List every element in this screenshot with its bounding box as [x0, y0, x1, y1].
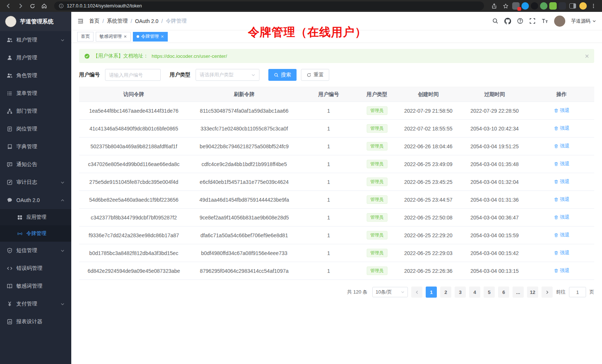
- force-logout-button[interactable]: 强退: [554, 232, 570, 238]
- user-dropdown[interactable]: 芋道源码: [571, 18, 596, 24]
- user-id-cell: 1: [300, 138, 357, 155]
- sidebar-item-oauth-token[interactable]: 令牌管理: [0, 225, 71, 242]
- user-avatar[interactable]: [554, 16, 565, 27]
- sidebar-item-user[interactable]: 用户管理: [0, 49, 71, 67]
- info-icon[interactable]: [59, 3, 64, 9]
- sidebar-item-label: 租户管理: [16, 37, 37, 43]
- sidebar-item-tenant[interactable]: 租户管理: [0, 31, 71, 49]
- back-icon[interactable]: [4, 1, 13, 11]
- page-button-4[interactable]: 4: [469, 287, 480, 298]
- sidebar-item-department[interactable]: 部门管理: [0, 102, 71, 120]
- extension-icon-green-puzzle[interactable]: [549, 2, 557, 10]
- user-id-input[interactable]: [105, 69, 161, 81]
- page-button-12[interactable]: 12: [527, 287, 538, 298]
- page-button-2[interactable]: 2: [440, 287, 451, 298]
- help-icon[interactable]: [517, 18, 523, 24]
- sidebar-item-oauth-app[interactable]: 应用管理: [0, 209, 71, 225]
- search-icon[interactable]: [492, 18, 498, 24]
- top-navbar: 首页 系统管理 OAuth 2.0 令牌管理 芋道源码: [71, 12, 602, 30]
- sidebar-toggle-icon[interactable]: [77, 18, 84, 24]
- github-icon[interactable]: [504, 18, 511, 24]
- fullscreen-icon[interactable]: [529, 18, 536, 24]
- trash-icon: [554, 108, 559, 113]
- url-bar[interactable]: 127.0.0.1:1024/system/oauth2/token: [54, 1, 484, 10]
- token-table-body: 1ea5e44f8bc1467aaede43144f31de76 811c530…: [79, 102, 594, 280]
- force-logout-button[interactable]: 强退: [554, 125, 570, 132]
- sidebar-item-role[interactable]: 角色管理: [0, 67, 71, 85]
- sidebar-item-oauth[interactable]: OAuth 2.0: [0, 191, 71, 209]
- reset-button[interactable]: 重置: [301, 69, 329, 81]
- app-logo[interactable]: 芋道管理系统: [0, 12, 71, 31]
- close-icon[interactable]: [161, 35, 164, 38]
- user-type-cell: 管理员: [357, 155, 396, 173]
- extension-icon-downloads[interactable]: [512, 2, 520, 10]
- force-logout-button[interactable]: 强退: [554, 214, 570, 221]
- extension-icon-dark-2[interactable]: [559, 2, 566, 10]
- user-type-cell: 管理员: [357, 102, 396, 120]
- user-type-cell: 管理员: [357, 120, 396, 138]
- goto-page-input[interactable]: [569, 287, 586, 297]
- chevron-down-icon: [251, 73, 255, 77]
- sidebar-item-sms[interactable]: 短信管理: [0, 242, 71, 259]
- alert-close-icon[interactable]: [585, 54, 589, 58]
- sidebar-item-pay[interactable]: 支付管理: [0, 295, 71, 313]
- page-button-3[interactable]: 3: [455, 287, 466, 298]
- forward-icon[interactable]: [16, 1, 25, 11]
- side-panel-icon[interactable]: [568, 1, 578, 11]
- force-logout-button[interactable]: 强退: [554, 143, 570, 149]
- user-id-cell: 1: [300, 191, 357, 209]
- force-logout-button[interactable]: 强退: [554, 161, 570, 167]
- page-button-1[interactable]: 1: [426, 287, 437, 298]
- extension-icon-dark-1[interactable]: [531, 2, 538, 10]
- breadcrumb-oauth[interactable]: OAuth 2.0: [135, 18, 158, 24]
- sidebar-item-sensitive-word[interactable]: 敏感词管理: [0, 277, 71, 295]
- browser-menu-icon[interactable]: [589, 1, 598, 11]
- next-page-button[interactable]: [542, 287, 553, 298]
- page-button-5[interactable]: 5: [484, 287, 495, 298]
- force-logout-button[interactable]: 强退: [554, 178, 570, 185]
- extension-icon-blue[interactable]: [521, 2, 529, 10]
- sidebar-item-report-designer[interactable]: 报表设计器: [0, 313, 71, 331]
- breadcrumb: 首页 系统管理 OAuth 2.0 令牌管理: [89, 18, 187, 24]
- sidebar-item-error-code[interactable]: 错误码管理: [0, 259, 71, 277]
- search-button[interactable]: 搜索: [268, 69, 297, 81]
- sidebar-item-notice[interactable]: 通知公告: [0, 156, 71, 173]
- page-button-6[interactable]: 6: [498, 287, 509, 298]
- page-size-select[interactable]: 10条/页: [372, 287, 408, 297]
- sidebar-item-dictionary[interactable]: 字典管理: [0, 138, 71, 156]
- font-size-icon[interactable]: [542, 18, 548, 24]
- access-token-cell: 275e5de9151045fe87cbdc395e004f4d: [79, 173, 189, 191]
- sidebar-item-label: 岗位管理: [16, 126, 37, 132]
- breadcrumb-system[interactable]: 系统管理: [107, 18, 128, 24]
- force-logout-button[interactable]: 强退: [554, 249, 570, 256]
- doc-link[interactable]: https://doc.iocoder.cn/user-center/: [152, 53, 227, 59]
- bookmark-star-icon[interactable]: [501, 1, 510, 11]
- share-icon[interactable]: [489, 1, 499, 11]
- close-icon[interactable]: [124, 35, 127, 38]
- sidebar-item-post[interactable]: 岗位管理: [0, 120, 71, 138]
- page-more-button[interactable]: ...: [513, 287, 524, 298]
- reset-button-label: 重置: [314, 72, 324, 78]
- sidebar-item-audit-log[interactable]: 审计日志: [0, 173, 71, 191]
- prev-page-button[interactable]: [411, 287, 422, 298]
- reload-icon[interactable]: [27, 1, 37, 11]
- home-icon[interactable]: [39, 1, 49, 11]
- force-logout-button[interactable]: 强退: [554, 267, 570, 274]
- profile-avatar[interactable]: [579, 2, 587, 10]
- force-logout-button[interactable]: 强退: [554, 107, 570, 114]
- pay-yen-icon: [7, 301, 13, 307]
- table-row: 1ea5e44f8bc1467aaede43144f31de76 811c530…: [79, 102, 594, 120]
- user-type-select[interactable]: 请选择用户类型: [196, 69, 259, 81]
- tab-home[interactable]: 首页: [77, 32, 94, 42]
- expire-time-cell: 2054-03-04 01:31:36: [460, 191, 529, 209]
- doc-alert: 【用户体系】文档地址： https://doc.iocoder.cn/user-…: [79, 49, 594, 63]
- breadcrumb-home[interactable]: 首页: [89, 18, 99, 24]
- tab-sensitive-word[interactable]: 敏感词管理: [96, 32, 131, 42]
- access-token-cell: 41c41346a548490f9dc8b01c6bfe0865: [79, 120, 189, 138]
- sidebar-item-label: 部门管理: [16, 108, 37, 115]
- extension-badge: [517, 7, 521, 11]
- sidebar-item-menu[interactable]: 菜单管理: [0, 85, 71, 102]
- force-logout-button[interactable]: 强退: [554, 196, 570, 203]
- tab-token[interactable]: 令牌管理: [133, 32, 168, 42]
- extension-icon-green-1[interactable]: [540, 2, 547, 10]
